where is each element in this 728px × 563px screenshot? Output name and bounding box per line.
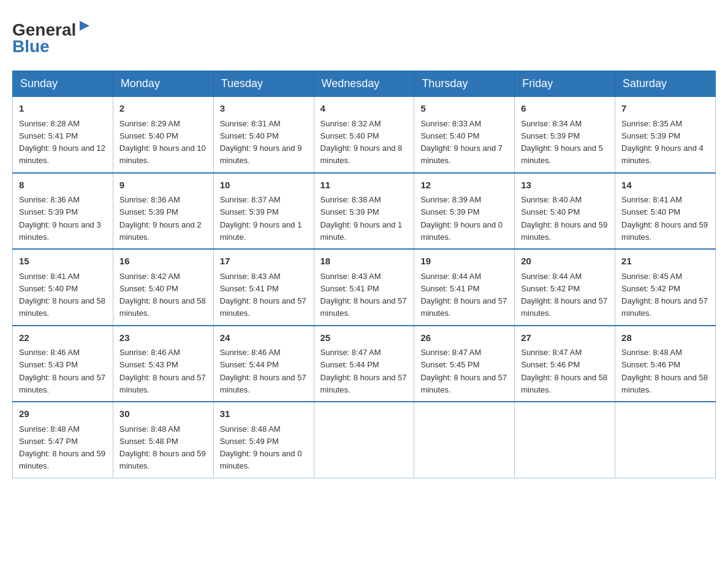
calendar-cell: 13 Sunrise: 8:40 AMSunset: 5:40 PMDaylig… bbox=[515, 173, 615, 250]
calendar-cell: 5 Sunrise: 8:33 AMSunset: 5:40 PMDayligh… bbox=[414, 97, 515, 173]
day-info: Sunrise: 8:46 AMSunset: 5:44 PMDaylight:… bbox=[220, 348, 306, 394]
calendar-cell bbox=[615, 402, 716, 478]
day-number: 18 bbox=[320, 255, 408, 269]
day-number: 1 bbox=[19, 102, 107, 116]
calendar-cell bbox=[515, 402, 615, 478]
calendar-cell: 22 Sunrise: 8:46 AMSunset: 5:43 PMDaylig… bbox=[13, 326, 113, 402]
calendar-cell: 28 Sunrise: 8:48 AMSunset: 5:46 PMDaylig… bbox=[615, 326, 716, 402]
calendar-week-5: 29 Sunrise: 8:48 AMSunset: 5:47 PMDaylig… bbox=[13, 402, 716, 478]
day-number: 13 bbox=[521, 178, 609, 193]
day-number: 30 bbox=[119, 407, 207, 421]
calendar-cell: 11 Sunrise: 8:38 AMSunset: 5:39 PMDaylig… bbox=[314, 173, 414, 250]
day-number: 6 bbox=[521, 102, 609, 116]
calendar-cell: 18 Sunrise: 8:43 AMSunset: 5:41 PMDaylig… bbox=[314, 249, 414, 326]
col-header-wednesday: Wednesday bbox=[314, 71, 414, 97]
calendar-cell bbox=[414, 402, 515, 478]
day-number: 4 bbox=[320, 102, 408, 116]
calendar-cell: 9 Sunrise: 8:36 AMSunset: 5:39 PMDayligh… bbox=[113, 173, 213, 250]
svg-text:Blue: Blue bbox=[12, 37, 50, 56]
calendar-cell bbox=[314, 402, 414, 478]
day-number: 12 bbox=[420, 178, 508, 193]
day-info: Sunrise: 8:33 AMSunset: 5:40 PMDaylight:… bbox=[420, 119, 502, 166]
page-header: General Blue bbox=[12, 12, 716, 58]
calendar-cell: 31 Sunrise: 8:48 AMSunset: 5:49 PMDaylig… bbox=[213, 402, 314, 478]
day-info: Sunrise: 8:36 AMSunset: 5:39 PMDaylight:… bbox=[19, 195, 101, 242]
day-number: 3 bbox=[220, 102, 308, 116]
calendar-week-2: 8 Sunrise: 8:36 AMSunset: 5:39 PMDayligh… bbox=[13, 173, 716, 250]
calendar-cell: 3 Sunrise: 8:31 AMSunset: 5:40 PMDayligh… bbox=[213, 97, 314, 173]
col-header-monday: Monday bbox=[113, 71, 213, 97]
calendar-cell: 26 Sunrise: 8:47 AMSunset: 5:45 PMDaylig… bbox=[414, 326, 515, 402]
day-number: 9 bbox=[119, 178, 207, 193]
calendar-cell: 19 Sunrise: 8:44 AMSunset: 5:41 PMDaylig… bbox=[414, 249, 515, 326]
calendar-cell: 10 Sunrise: 8:37 AMSunset: 5:39 PMDaylig… bbox=[213, 173, 314, 250]
day-info: Sunrise: 8:29 AMSunset: 5:40 PMDaylight:… bbox=[119, 119, 206, 166]
calendar-cell: 15 Sunrise: 8:41 AMSunset: 5:40 PMDaylig… bbox=[13, 249, 113, 326]
day-info: Sunrise: 8:31 AMSunset: 5:40 PMDaylight:… bbox=[220, 119, 302, 166]
day-number: 24 bbox=[220, 331, 308, 345]
day-info: Sunrise: 8:36 AMSunset: 5:39 PMDaylight:… bbox=[119, 195, 202, 242]
col-header-thursday: Thursday bbox=[414, 71, 515, 97]
col-header-sunday: Sunday bbox=[13, 71, 113, 97]
day-number: 11 bbox=[320, 178, 408, 193]
day-number: 7 bbox=[621, 102, 709, 116]
day-number: 14 bbox=[621, 178, 709, 193]
day-info: Sunrise: 8:48 AMSunset: 5:46 PMDaylight:… bbox=[621, 348, 708, 394]
calendar-cell: 20 Sunrise: 8:44 AMSunset: 5:42 PMDaylig… bbox=[515, 249, 615, 326]
day-info: Sunrise: 8:44 AMSunset: 5:41 PMDaylight:… bbox=[420, 272, 507, 318]
calendar-cell: 12 Sunrise: 8:39 AMSunset: 5:39 PMDaylig… bbox=[414, 173, 515, 250]
day-info: Sunrise: 8:46 AMSunset: 5:43 PMDaylight:… bbox=[119, 348, 206, 394]
day-info: Sunrise: 8:42 AMSunset: 5:40 PMDaylight:… bbox=[119, 272, 206, 318]
day-info: Sunrise: 8:44 AMSunset: 5:42 PMDaylight:… bbox=[521, 272, 607, 318]
day-number: 29 bbox=[19, 407, 107, 421]
day-number: 17 bbox=[220, 255, 308, 269]
col-header-tuesday: Tuesday bbox=[213, 71, 314, 97]
day-info: Sunrise: 8:38 AMSunset: 5:39 PMDaylight:… bbox=[320, 195, 403, 242]
day-info: Sunrise: 8:40 AMSunset: 5:40 PMDaylight:… bbox=[521, 195, 607, 242]
day-info: Sunrise: 8:48 AMSunset: 5:49 PMDaylight:… bbox=[220, 424, 302, 471]
calendar-cell: 17 Sunrise: 8:43 AMSunset: 5:41 PMDaylig… bbox=[213, 249, 314, 326]
day-info: Sunrise: 8:41 AMSunset: 5:40 PMDaylight:… bbox=[19, 272, 105, 318]
calendar-cell: 27 Sunrise: 8:47 AMSunset: 5:46 PMDaylig… bbox=[515, 326, 615, 402]
day-number: 2 bbox=[119, 102, 207, 116]
day-info: Sunrise: 8:48 AMSunset: 5:48 PMDaylight:… bbox=[119, 424, 206, 471]
day-number: 22 bbox=[19, 331, 107, 345]
day-info: Sunrise: 8:28 AMSunset: 5:41 PMDaylight:… bbox=[19, 119, 105, 166]
day-number: 26 bbox=[420, 331, 508, 345]
day-info: Sunrise: 8:35 AMSunset: 5:39 PMDaylight:… bbox=[621, 119, 703, 166]
day-number: 31 bbox=[220, 407, 308, 421]
day-info: Sunrise: 8:48 AMSunset: 5:47 PMDaylight:… bbox=[19, 424, 105, 471]
day-info: Sunrise: 8:32 AMSunset: 5:40 PMDaylight:… bbox=[320, 119, 403, 166]
col-header-saturday: Saturday bbox=[615, 71, 716, 97]
calendar-cell: 8 Sunrise: 8:36 AMSunset: 5:39 PMDayligh… bbox=[13, 173, 113, 250]
calendar-cell: 29 Sunrise: 8:48 AMSunset: 5:47 PMDaylig… bbox=[13, 402, 113, 478]
day-info: Sunrise: 8:39 AMSunset: 5:39 PMDaylight:… bbox=[420, 195, 502, 242]
calendar-cell: 21 Sunrise: 8:45 AMSunset: 5:42 PMDaylig… bbox=[615, 249, 716, 326]
day-info: Sunrise: 8:47 AMSunset: 5:44 PMDaylight:… bbox=[320, 348, 407, 394]
day-number: 5 bbox=[420, 102, 508, 116]
day-number: 23 bbox=[119, 331, 207, 345]
calendar-cell: 1 Sunrise: 8:28 AMSunset: 5:41 PMDayligh… bbox=[13, 97, 113, 173]
day-number: 28 bbox=[621, 331, 709, 345]
day-info: Sunrise: 8:45 AMSunset: 5:42 PMDaylight:… bbox=[621, 272, 708, 318]
logo: General Blue bbox=[12, 12, 92, 58]
calendar-cell: 2 Sunrise: 8:29 AMSunset: 5:40 PMDayligh… bbox=[113, 97, 213, 173]
calendar-cell: 6 Sunrise: 8:34 AMSunset: 5:39 PMDayligh… bbox=[515, 97, 615, 173]
day-info: Sunrise: 8:43 AMSunset: 5:41 PMDaylight:… bbox=[320, 272, 407, 318]
svg-marker-1 bbox=[80, 21, 89, 31]
calendar-cell: 30 Sunrise: 8:48 AMSunset: 5:48 PMDaylig… bbox=[113, 402, 213, 478]
day-info: Sunrise: 8:47 AMSunset: 5:45 PMDaylight:… bbox=[420, 348, 507, 394]
day-info: Sunrise: 8:46 AMSunset: 5:43 PMDaylight:… bbox=[19, 348, 105, 394]
calendar-table: SundayMondayTuesdayWednesdayThursdayFrid… bbox=[12, 71, 716, 478]
calendar-cell: 4 Sunrise: 8:32 AMSunset: 5:40 PMDayligh… bbox=[314, 97, 414, 173]
day-number: 27 bbox=[521, 331, 609, 345]
calendar-cell: 16 Sunrise: 8:42 AMSunset: 5:40 PMDaylig… bbox=[113, 249, 213, 326]
calendar-week-4: 22 Sunrise: 8:46 AMSunset: 5:43 PMDaylig… bbox=[13, 326, 716, 402]
day-number: 21 bbox=[621, 255, 709, 269]
day-number: 19 bbox=[420, 255, 508, 269]
day-info: Sunrise: 8:37 AMSunset: 5:39 PMDaylight:… bbox=[220, 195, 302, 242]
day-info: Sunrise: 8:34 AMSunset: 5:39 PMDaylight:… bbox=[521, 119, 603, 166]
calendar-week-1: 1 Sunrise: 8:28 AMSunset: 5:41 PMDayligh… bbox=[13, 97, 716, 173]
day-number: 10 bbox=[220, 178, 308, 193]
day-number: 8 bbox=[19, 178, 107, 193]
